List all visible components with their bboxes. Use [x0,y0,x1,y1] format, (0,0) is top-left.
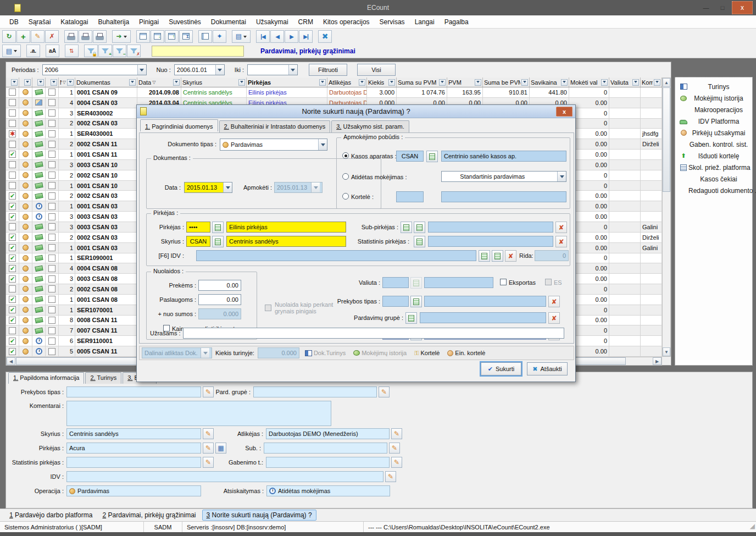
column-header-flag1[interactable] [19,78,32,87]
font-small-icon[interactable]: .a. [26,45,40,57]
clear-icon[interactable]: ✘ [505,250,516,262]
close-blue-icon[interactable]: ✖ [318,30,332,43]
kasos-code-field[interactable]: CSAN [396,151,424,162]
row-checkbox[interactable]: ✔ [9,265,16,272]
column-header-Skyrius[interactable]: Skyrius [181,78,247,87]
scrollbar-thumb[interactable] [663,87,670,192]
column-header-Mokėti val[interactable]: Mokėti val [569,78,609,87]
column-header-Savikaina[interactable]: Savikaina [530,78,569,87]
column-header-Kome[interactable]: Kome [641,78,662,87]
row-checkbox[interactable]: ✔ [9,348,16,355]
column-header-Valiuta[interactable]: Valiuta [609,78,641,87]
skyrius-code-field[interactable]: CSAN [186,236,210,247]
lookup-icon[interactable] [405,312,417,324]
sort-tree-icon[interactable]: ⇅ [65,45,79,57]
row-checkbox[interactable] [9,89,16,96]
menu-item-pinigai[interactable]: Pinigai [134,16,164,27]
lookup-icon[interactable] [414,236,425,247]
row-checkbox[interactable] [9,141,16,148]
column-header-flag0[interactable] [6,78,19,87]
row-checkbox-2[interactable] [48,109,55,117]
row-checkbox[interactable]: ✔ [9,306,16,313]
row-checkbox[interactable] [9,182,16,189]
skyrius-name-field[interactable]: Centrinis sandėlys [226,236,346,247]
pin-icon[interactable]: ✦ [213,30,226,43]
lookup-icon[interactable] [212,236,224,247]
crm-icon[interactable]: ▦ [215,443,226,454]
prekybos-tipas-field[interactable] [66,386,201,397]
clear-icon[interactable]: ✘ [555,222,567,233]
pirkejas-name-field[interactable]: Eilinis pirkėjas [226,222,346,233]
sub-field[interactable] [264,443,387,454]
row-checkbox-2[interactable] [48,275,55,283]
menu-item-dokumentai[interactable]: Dokumentai [206,16,251,27]
column-header-Pirkėjas[interactable]: Pirkėjas [247,78,327,87]
prekems-field[interactable]: 0.00 [198,280,241,291]
sidebar-item-skol-priež-platforma[interactable]: Skol. priež. platforma [675,162,752,173]
pirkejas-field[interactable]: Acura [66,443,201,454]
menu-item-suvestinės[interactable]: Suvestinės [164,16,206,27]
dialog-tab[interactable]: 1. Pagrindiniai duomenys [140,119,218,131]
lookup-alt-icon[interactable] [492,250,503,262]
row-checkbox[interactable]: ✔ [9,203,16,210]
row-checkbox[interactable] [9,109,16,117]
row-checkbox-2[interactable] [48,255,55,262]
lookup-alt-icon[interactable] [414,222,425,233]
chevron-down-icon[interactable] [654,79,660,86]
column-header-Kiekis[interactable]: Kiekis [367,78,397,87]
row-checkbox-2[interactable] [48,192,55,200]
chevron-down-icon[interactable] [521,79,528,86]
delete-icon[interactable]: ✗ [45,30,59,43]
column-header-PVM[interactable]: PVM [447,78,483,87]
lookup-icon[interactable] [212,222,224,233]
row-checkbox-2[interactable] [48,172,55,179]
row-checkbox-2[interactable] [48,213,55,220]
menu-item-užsakymai[interactable]: Užsakymai [251,16,293,27]
chevron-down-icon[interactable] [137,65,146,75]
row-checkbox[interactable] [9,285,16,292]
column-header-Suma su PVM[interactable]: Suma su PVM [397,78,447,87]
paslaugoms-field[interactable]: 0.00 [198,294,241,305]
sukurti-button[interactable]: ✔ Sukurti [481,362,521,375]
skyrius-field[interactable]: Centrinis sandėlys [66,428,201,439]
edit-icon[interactable]: ✎ [203,386,214,397]
filter-lock-icon[interactable]: 🔒 [84,45,98,57]
statistinis-field[interactable] [66,457,201,468]
row-checkbox[interactable]: ✔ [9,192,16,200]
print-icon[interactable] [64,30,78,43]
uzrasams-input[interactable] [183,328,564,339]
column-header-Data[interactable]: Data▽ [137,78,181,87]
dialog-close-button[interactable]: x [556,107,572,117]
clear-icon[interactable]: ✘ [548,296,560,307]
menu-item-katalogai[interactable]: Katalogai [55,16,93,27]
atidetas-select[interactable]: Standartinis pardavimas [441,171,566,182]
data-select[interactable]: 2015.01.13 [184,182,232,193]
nav-last-icon[interactable]: ▶| [299,30,313,43]
lookup-icon[interactable] [401,222,412,233]
row-checkbox[interactable]: ✔ [9,338,16,345]
clear-icon[interactable]: ✘ [548,312,560,324]
clear-icon[interactable]: ✘ [555,236,567,247]
row-checkbox[interactable] [9,223,16,230]
pard-grupe-field[interactable] [253,386,377,397]
lookup-icon[interactable] [479,250,490,262]
row-checkbox[interactable]: ✔ [9,151,16,158]
window-tab[interactable]: 1 Pardavėjo darbo platforma [5,510,96,520]
atidetas-radio[interactable] [342,173,349,180]
print-preview-icon[interactable] [79,30,92,43]
visi-button[interactable]: Visi [357,64,396,76]
maximize-button[interactable]: □ [715,2,730,13]
column-header-flag3[interactable] [46,78,59,87]
table-up-icon[interactable]: ↑ [165,30,179,43]
edit-icon[interactable]: ✎ [203,428,214,439]
table-down-icon[interactable]: ↓ [151,30,164,43]
column-header-Dokumentas[interactable]: Dokumentas [75,78,137,87]
nuo-select[interactable]: 2006.01.01 [174,64,225,75]
row-checkbox-2[interactable] [48,234,55,241]
row-checkbox[interactable]: ✔ [9,234,16,241]
row-checkbox-2[interactable] [48,89,55,96]
edit-icon[interactable]: ✎ [385,471,396,482]
chevron-down-icon[interactable] [557,172,566,181]
column-header-Atlikėjas[interactable]: Atlikėjas [327,78,367,87]
nav-next-icon[interactable]: ▶ [285,30,298,43]
